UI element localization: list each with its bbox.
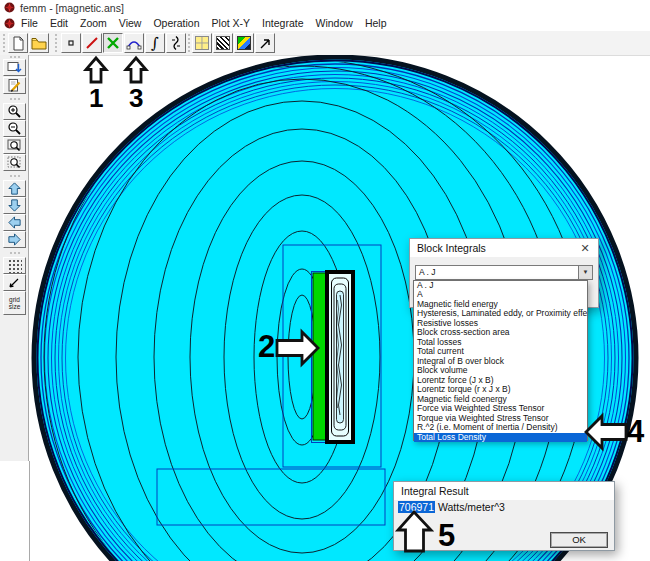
list-option[interactable]: Total losses <box>414 338 587 347</box>
yellow-grid-icon <box>195 36 209 50</box>
pan-down-button[interactable] <box>3 197 26 214</box>
menu-file[interactable]: File <box>15 16 44 31</box>
femm-window: femm - [magnetic.ans] File Edit Zoom Vie… <box>0 0 650 561</box>
right-arrow-icon <box>7 232 22 247</box>
menu-help[interactable]: Help <box>359 16 393 31</box>
list-option[interactable]: Torque via Weighted Stress Tensor <box>414 414 587 423</box>
pan-right-button[interactable] <box>3 231 26 248</box>
menu-integrate[interactable]: Integrate <box>256 16 309 31</box>
ok-button[interactable]: OK <box>550 532 608 548</box>
show-grid-button[interactable] <box>192 33 212 53</box>
up-arrow-icon <box>7 181 22 196</box>
snap-check-icon <box>7 275 22 290</box>
integral-result-titlebar[interactable]: Integral Result <box>394 482 614 500</box>
integral-result-unit: Watts/meter^3 <box>435 501 505 513</box>
hatch-icon <box>216 36 230 50</box>
zoom-in-button[interactable] <box>3 103 26 120</box>
side-toolbar: grid size <box>0 55 29 461</box>
integral-result-field[interactable]: 706971 Watts/meter^3 <box>398 501 505 525</box>
list-option[interactable]: Total current <box>414 347 587 356</box>
new-document-button[interactable] <box>8 33 28 53</box>
point-values-button[interactable] <box>61 33 81 53</box>
list-option[interactable]: Lorentz torque (r x J x B) <box>414 385 587 394</box>
show-contour-button[interactable] <box>213 33 233 53</box>
combobox-value: A . J <box>419 267 436 277</box>
app-icon <box>4 2 15 13</box>
show-density-plot-button[interactable] <box>234 33 254 53</box>
list-option[interactable]: Magnetic field coenergy <box>414 395 587 404</box>
list-option[interactable]: Hysteresis, Laminated eddy, or Proximity… <box>414 309 587 318</box>
open-file-button[interactable] <box>29 33 49 53</box>
menu-view[interactable]: View <box>113 16 148 31</box>
selected-block-green[interactable] <box>313 273 326 440</box>
list-option[interactable]: Integral of B over block <box>414 357 587 366</box>
green-x-icon <box>106 36 120 50</box>
pointer-button[interactable] <box>255 33 275 53</box>
menu-bar: File Edit Zoom View Operation Plot X-Y I… <box>0 15 650 32</box>
edit-document-button[interactable] <box>3 77 26 94</box>
menu-edit[interactable]: Edit <box>44 16 74 31</box>
list-option[interactable]: A <box>414 290 587 299</box>
zoom-in-icon <box>7 104 22 119</box>
window-title: femm - [magnetic.ans] <box>20 2 124 14</box>
menu-window[interactable]: Window <box>310 16 359 31</box>
title-bar: femm - [magnetic.ans] <box>0 0 650 15</box>
toolbar-gripper <box>55 34 60 52</box>
pointer-arrow-icon <box>258 36 272 50</box>
zoom-window-button[interactable] <box>3 137 26 154</box>
list-option-selected[interactable]: Total Loss Density <box>414 433 587 442</box>
window-down-arrow-icon <box>7 61 22 75</box>
main-toolbar: ∫ <box>0 31 650 56</box>
zoom-window-icon <box>7 138 22 153</box>
squiggle-integral-icon <box>169 35 183 51</box>
menu-zoom[interactable]: Zoom <box>74 16 113 31</box>
dotted-grid-icon <box>8 259 22 273</box>
left-arrow-icon <box>7 215 22 230</box>
integral-type-dropdown-list: A . J A Magnetic field energy Hysteresis… <box>413 280 588 441</box>
block-integrals-titlebar[interactable]: Block Integrals ✕ <box>410 239 598 257</box>
output-window-button[interactable] <box>3 59 26 76</box>
plot-arc-button[interactable] <box>124 33 144 53</box>
coil-block[interactable] <box>327 272 353 442</box>
list-option[interactable]: Force via Weighted Stress Tensor <box>414 404 587 413</box>
arc-icon <box>126 36 142 50</box>
block-select-button[interactable] <box>103 33 123 53</box>
grid-size-label-line2: size <box>9 303 21 310</box>
zoom-extents-icon <box>7 155 22 170</box>
list-option[interactable]: R.^2 (i.e. Moment of Inertia / Density) <box>414 423 587 432</box>
integral-icon: ∫ <box>151 36 159 51</box>
menu-plot-xy[interactable]: Plot X-Y <box>206 16 257 31</box>
open-folder-icon <box>31 36 47 50</box>
list-option[interactable]: Block volume <box>414 366 587 375</box>
chevron-down-icon[interactable]: ▼ <box>578 266 592 279</box>
zoom-out-icon <box>7 121 22 136</box>
pan-up-button[interactable] <box>3 180 26 197</box>
grid-size-label-line1: grid <box>9 296 20 303</box>
integral-result-dialog: Integral Result 706971 Watts/meter^3 OK <box>393 481 615 551</box>
grid-size-button[interactable]: grid size <box>3 291 26 315</box>
block-integrals-title: Block Integrals <box>417 242 486 254</box>
red-line-icon <box>85 36 99 50</box>
list-option[interactable]: Magnetic field energy <box>414 300 587 309</box>
zoom-extents-button[interactable] <box>3 154 26 171</box>
density-stripes-icon <box>237 36 251 50</box>
pan-left-button[interactable] <box>3 214 26 231</box>
list-option[interactable]: Block cross-section area <box>414 328 587 337</box>
new-document-icon <box>11 36 25 51</box>
snap-to-grid-button[interactable] <box>3 274 26 291</box>
down-arrow-icon <box>7 198 22 213</box>
list-option[interactable]: Resistive losses <box>414 319 587 328</box>
list-option[interactable]: Lorentz force (J x B) <box>414 376 587 385</box>
line-integral-button[interactable]: ∫ <box>145 33 165 53</box>
integral-result-title: Integral Result <box>401 485 469 497</box>
zoom-out-button[interactable] <box>3 120 26 137</box>
block-integral-button[interactable] <box>166 33 186 53</box>
show-grid-points-button[interactable] <box>3 257 26 274</box>
integral-type-combobox[interactable]: A . J ▼ <box>415 265 593 280</box>
integral-result-value: 706971 <box>398 501 435 513</box>
list-option[interactable]: A . J <box>414 281 587 290</box>
close-icon[interactable]: ✕ <box>578 241 592 255</box>
line-contour-button[interactable] <box>82 33 102 53</box>
menu-operation[interactable]: Operation <box>147 16 205 31</box>
document-icon[interactable] <box>4 18 15 29</box>
